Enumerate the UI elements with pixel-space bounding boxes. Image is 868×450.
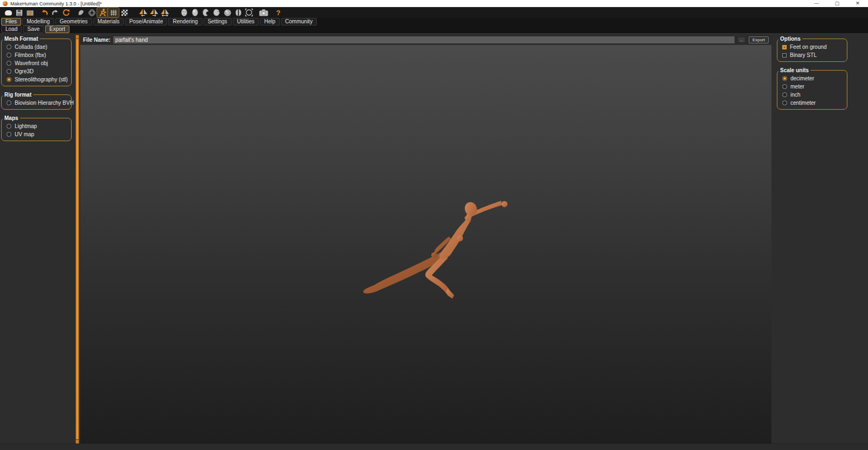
mesh-format-option[interactable]: Collada (dae) [3, 43, 70, 51]
option-label: meter [790, 84, 805, 90]
new-file-icon[interactable] [3, 8, 14, 17]
app-logo-icon [3, 1, 8, 6]
symmetry-right-icon[interactable] [149, 8, 159, 17]
main-tab[interactable]: Files [1, 18, 21, 26]
tab-label: Help [264, 18, 276, 24]
group-title: Rig format [3, 92, 33, 98]
smooth-mesh-icon[interactable] [75, 8, 86, 17]
rig-format-group: Rig format Biovision Hierarchy BVH [1, 94, 72, 110]
smooth-shading-icon[interactable] [189, 8, 200, 17]
panel-splitter[interactable] [75, 35, 79, 444]
toolbar: ? [0, 7, 868, 18]
option-label: Feet on ground [790, 44, 827, 50]
radio-icon [782, 76, 787, 81]
scale-unit-option[interactable]: decimeter [778, 74, 846, 83]
tab-label: Community [285, 18, 313, 24]
profile-head-icon[interactable] [211, 8, 222, 17]
tab-label: Materials [98, 18, 120, 24]
option-label: Biovision Hierarchy BVH [15, 100, 74, 106]
main-tab[interactable]: Materials [93, 18, 124, 26]
scale-unit-option[interactable]: inch [778, 91, 846, 99]
load-icon[interactable] [24, 8, 35, 17]
group-title: Mesh Format [3, 36, 40, 42]
option-label: Stereolithography (stl) [15, 77, 68, 83]
redo-icon[interactable] [50, 8, 61, 17]
option-label: centimeter [790, 100, 816, 106]
selection-circle-icon[interactable] [244, 8, 254, 17]
split-view-icon[interactable] [233, 8, 244, 17]
maximize-button[interactable]: ▢ [827, 0, 847, 7]
scale-unit-option[interactable]: meter [778, 83, 846, 91]
tab-label: Geometries [60, 18, 88, 24]
main-tab[interactable]: Pose/Animate [125, 18, 167, 26]
main-tab[interactable]: Modelling [22, 18, 54, 26]
texture-checker-icon[interactable] [119, 8, 130, 17]
radio-icon [782, 92, 787, 97]
reset-icon[interactable] [61, 8, 72, 17]
mesh-format-option[interactable]: Stereolithography (stl) [3, 75, 70, 84]
radio-icon [7, 132, 11, 137]
checkbox-icon [782, 53, 787, 58]
window-title: MakeHuman Community 1.3.0 - [Untitled]* [10, 1, 102, 7]
main-tab[interactable]: Utilities [233, 18, 259, 26]
close-button[interactable]: ✕ [847, 0, 868, 7]
options-checkbox[interactable]: Binary STL [778, 51, 846, 59]
wireframe-globe-icon[interactable] [86, 8, 97, 17]
mesh-format-option[interactable]: Wavefront obj [3, 59, 70, 67]
sub-tab[interactable]: Save [23, 26, 44, 33]
main-tab[interactable]: Community [281, 18, 317, 26]
minimize-button[interactable]: — [806, 0, 827, 7]
right-panel: Options Feet on ground Binary STL Scale … [775, 33, 868, 450]
main-tab[interactable]: Rendering [168, 18, 202, 26]
tab-label: Settings [208, 18, 227, 24]
option-label: UV map [15, 131, 34, 137]
flat-shading-icon[interactable] [200, 8, 211, 17]
radio-icon [7, 45, 11, 49]
main-tab[interactable]: Geometries [55, 18, 92, 26]
tab-label: Pose/Animate [129, 18, 163, 24]
human-model-figure[interactable] [352, 192, 514, 301]
window-controls: — ▢ ✕ [806, 0, 868, 7]
radio-icon [782, 84, 787, 89]
grid-icon[interactable] [108, 8, 119, 17]
options-checkbox[interactable]: Feet on ground [778, 43, 846, 51]
mesh-format-group: Mesh Format Collada (dae) Filmbox (fbx) [1, 39, 72, 86]
sub-tab[interactable]: Export [45, 26, 69, 33]
option-label: decimeter [790, 75, 814, 81]
scale-unit-option[interactable]: centimeter [778, 99, 846, 107]
screenshot-camera-icon[interactable] [258, 8, 269, 17]
tab-label: Save [27, 26, 40, 32]
mesh-format-option[interactable]: Filmbox (fbx) [3, 51, 70, 59]
titlebar: MakeHuman Community 1.3.0 - [Untitled]* … [0, 0, 868, 7]
main-tab[interactable]: Settings [203, 18, 232, 26]
pose-figure-icon[interactable] [97, 8, 108, 17]
option-label: Wavefront obj [15, 60, 48, 66]
browse-button[interactable]: ... [738, 37, 745, 43]
maps-option[interactable]: UV map [3, 130, 70, 138]
option-label: Collada (dae) [15, 44, 47, 50]
tab-label: Modelling [27, 18, 50, 24]
group-title: Maps [3, 115, 20, 121]
radio-icon [7, 100, 11, 105]
sub-tab[interactable]: Load [1, 26, 22, 33]
help-icon[interactable]: ? [273, 8, 284, 17]
save-icon[interactable] [14, 8, 24, 17]
mesh-format-option[interactable]: Ogre3D [3, 67, 70, 75]
face-shading-icon[interactable] [178, 8, 189, 17]
sphere-material-icon[interactable] [222, 8, 233, 17]
main-tab[interactable]: Help [260, 18, 280, 26]
maps-option[interactable]: Lightmap [3, 122, 70, 130]
undo-icon[interactable] [39, 8, 50, 17]
export-button[interactable]: Export [749, 36, 769, 43]
rig-format-option[interactable]: Biovision Hierarchy BVH [3, 99, 70, 107]
tab-label: Utilities [237, 18, 254, 24]
checkbox-icon [782, 45, 787, 49]
file-name-input[interactable] [113, 36, 735, 43]
tab-label: Load [5, 26, 17, 32]
radio-icon [7, 69, 11, 74]
option-label: Binary STL [790, 52, 816, 58]
symmetry-both-icon[interactable] [159, 8, 170, 17]
option-label: Filmbox (fbx) [15, 52, 46, 58]
symmetry-left-icon[interactable] [138, 8, 149, 17]
viewport-3d[interactable] [80, 45, 771, 444]
